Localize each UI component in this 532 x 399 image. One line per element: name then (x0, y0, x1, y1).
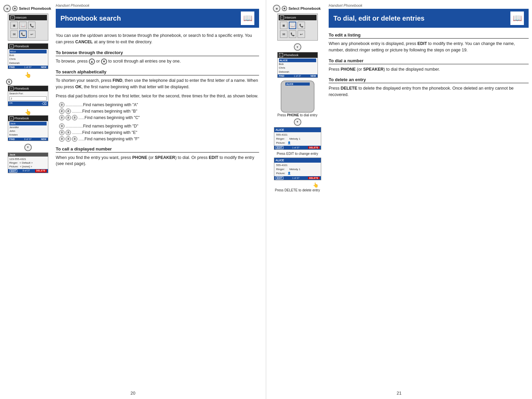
intercom-header-right: 1 Intercom (279, 15, 316, 20)
intercom-screen-1: 1 Intercom ▦ 📖 📞 ✉ 📞 ↩ (8, 14, 48, 41)
delete-btn-2[interactable]: DELETE (308, 177, 320, 179)
icon-phone2-r: 📞 (289, 30, 296, 38)
dots-d: ................. (66, 124, 83, 128)
search-for-label: Search For: (8, 91, 48, 96)
alice-screen-1: ALICE 555-4321 Ringer: Melody 1 Picture:… (274, 127, 321, 150)
alpha-row-e: 3 3 .......... Find names beginning with… (59, 130, 259, 135)
section2-heading: To search alphabetically (56, 69, 259, 75)
intercom-screen-right: 1 Intercom ▦ 📖 📞 ✉ 📞 ↩ (277, 14, 318, 41)
section3-text: When you find the entry you want, press … (56, 155, 259, 167)
phone-device-img: ALICE (277, 80, 318, 113)
badge-2c1: 2 (59, 115, 65, 120)
search-input-display: J (9, 96, 47, 101)
right-section1-heading: To edit a listing (329, 32, 529, 39)
intercom-icons-row-2: ✉ 📞 ↩ (9, 30, 47, 39)
right-title-text: To dial, edit or delete entries (333, 15, 425, 22)
icon-book: 📖 (19, 22, 27, 29)
find-btn[interactable]: FIND (9, 66, 15, 68)
badge-2c2: 2 (66, 115, 71, 120)
phone-device-body: ALICE (281, 80, 314, 113)
icon-phone-r: 📞 (298, 22, 305, 29)
edit-btn-1[interactable]: EDIT (276, 146, 284, 149)
ok-btn[interactable]: OK (9, 102, 13, 105)
find-btn-r[interactable]: FIND (279, 75, 284, 77)
alpha-text-c: Find names beginning with "C" (84, 115, 140, 120)
counter-2: 8 of 37 (24, 138, 31, 140)
jack-number: 123-555-4321 (9, 157, 47, 161)
alice-screen-2: ALICE 555-4321 Ringer: Melody 1 Picture:… (274, 158, 321, 180)
nav-circle-right: ▼ (294, 43, 301, 51)
alice-counter-2: 1 of 37 (292, 177, 299, 179)
edit-btn[interactable]: EDIT (9, 169, 18, 172)
intercom-header-1: 1 Intercom (9, 15, 47, 20)
hand-pointer-1: 👆 (3, 72, 52, 78)
badge-3e2: 3 (66, 130, 71, 135)
nav-circle-small-icon: ◉ (12, 6, 18, 11)
press-phone-label: Press PHONE to dial entry (273, 113, 322, 117)
results-list: Jack Jennifer John Kristen (8, 121, 48, 138)
backspace-icon: ⌫ (42, 102, 47, 105)
page-container: ◉ ◉ Select Phonebook 1 Intercom ▦ 📖 📞 ✉ … (0, 0, 532, 399)
alice-picture-2: Picture: 👤 (276, 171, 319, 175)
phonebook-list-screen: 1 Phonebook Alice Bob Chris Deborah FIND… (8, 43, 48, 69)
right-page-header: Handset Phonebook (329, 3, 529, 7)
phonebook-list-right-entries: ALICE Bob Chris Deborah (278, 58, 318, 74)
left-intro-text: You can use the up/down arrows to browse… (56, 32, 259, 45)
alice-number-1: 555-4321 (276, 133, 319, 137)
badge-2c3: 2 (72, 115, 77, 120)
nav-circle-2: ▼ (273, 118, 322, 126)
badge-3f2: 3 (66, 136, 71, 142)
badge-3e1: 3 (59, 130, 65, 135)
list-item-alice: Alice (9, 50, 47, 53)
delete-btn[interactable]: DELETE (35, 169, 47, 172)
right-select-phonebook-label: Select Phonebook (288, 6, 321, 10)
select-phonebook-label: Select Phonebook (19, 6, 51, 10)
select-phonebook-row: ◉ ◉ Select Phonebook (3, 5, 52, 12)
section1-text: To browse, press ▲ or ▼ to scroll throug… (56, 58, 259, 65)
alpha-list: 2 ................. Find names beginning… (59, 102, 259, 142)
section1-heading: To browse through the directory (56, 50, 259, 56)
find-btn-2[interactable]: FIND (9, 138, 15, 140)
intercom-icons-row-right: ▦ 📖 📞 (279, 20, 316, 30)
nav-down-2: ▼ (294, 118, 301, 126)
right-book-icon: 📖 (510, 11, 524, 25)
step-5-badge: 5 (6, 79, 12, 85)
alice-footer-1: EDIT 1 of 37 DELETE (274, 146, 321, 149)
icon-grid: ▦ (10, 22, 18, 29)
badge-3f1: 3 (59, 136, 65, 142)
new-btn[interactable]: NEW (41, 66, 46, 68)
dots-c: ...... (78, 116, 84, 120)
alice-picture-icon-2: 👤 (287, 172, 291, 175)
icon-mail: ✉ (10, 30, 18, 38)
phonebook-header-right: 1 Phonebook (278, 52, 318, 58)
jack-picture-row: Picture: < [none] > (9, 165, 47, 168)
results-header: 1 Phonebook (8, 116, 48, 121)
phonebook-list-footer-right: FIND 1 of 37 NEW (278, 74, 318, 77)
alpha-text-d: Find names beginning with "D" (83, 124, 138, 128)
intercom-icons-row2-right: ✉ 📞 ↩ (279, 30, 316, 39)
result-john: John (9, 129, 47, 133)
list-item-bob: Bob (9, 53, 47, 57)
badge-3d: 3 (59, 123, 65, 129)
entry-deborah-r: Deborah (279, 70, 316, 74)
right-section2-text: Press PHONE (or SPEAKER) to dial the dis… (329, 66, 529, 73)
dots-b: .......... (72, 109, 82, 113)
badge-2a: 2 (59, 102, 65, 108)
counter-3: 8 of 37 (23, 169, 30, 172)
down-arrow-icon: ▼ (101, 58, 107, 65)
new-btn-2[interactable]: NEW (41, 138, 46, 140)
results-footer: FIND 8 of 37 NEW (8, 138, 48, 141)
icon-grid-r: ▦ (280, 22, 287, 29)
counter-label: 1 of 37 (24, 66, 31, 68)
phonebook-list: Alice Bob Chris Deborah (8, 49, 48, 66)
main-left-content: Handset Phonebook Phonebook search 📖 You… (56, 3, 259, 167)
num-icon-s: 1 (9, 87, 14, 91)
edit-btn-2[interactable]: EDIT (276, 177, 284, 180)
delete-btn-1[interactable]: DELETE (308, 146, 320, 149)
alpha-text-f: Find names beginning with "F" (84, 137, 139, 141)
step5-label: 5 (3, 79, 52, 85)
hand-pointer-2: 👆 (3, 109, 52, 115)
alice-picture-icon: 👤 (287, 141, 291, 144)
new-btn-r[interactable]: NEW (310, 75, 316, 77)
phone-screen-alice-mini: ALICE (285, 83, 310, 86)
